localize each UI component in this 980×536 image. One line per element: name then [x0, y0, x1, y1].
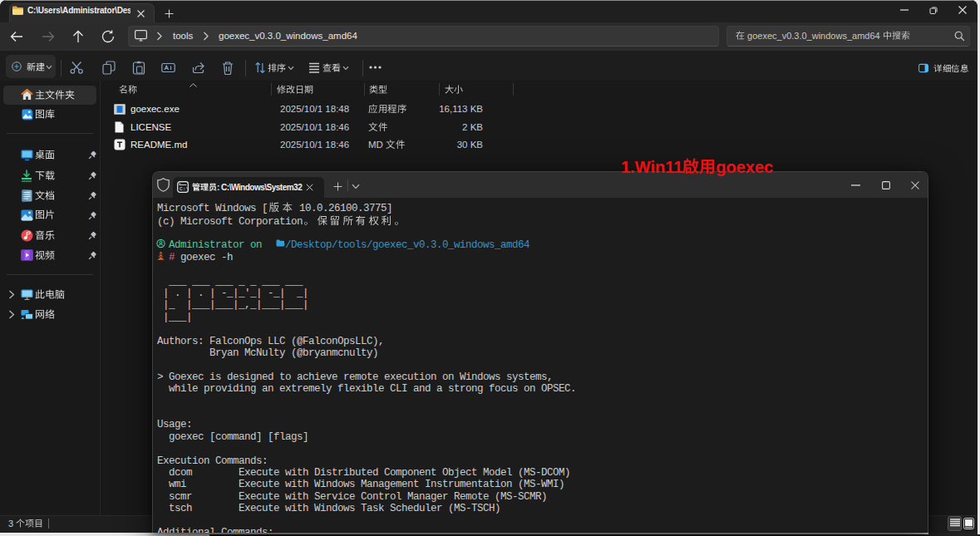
svg-text:C:\: C:\ — [180, 186, 189, 192]
